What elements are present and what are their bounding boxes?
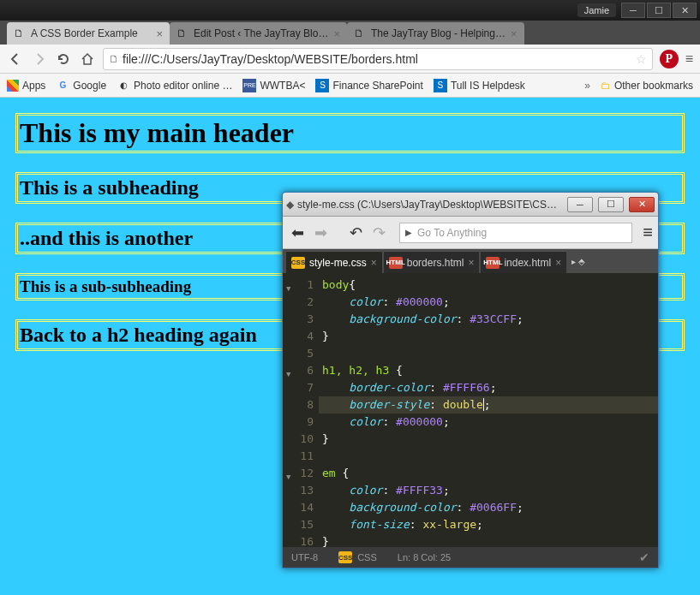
browser-tab[interactable]: 🗋 The JayTray Blog - Helping… × — [347, 22, 524, 45]
close-icon[interactable]: × — [156, 27, 163, 40]
bookmark-wwtba[interactable]: PREWWTBA< — [242, 79, 305, 92]
goto-input[interactable]: ▶Go To Anything — [399, 223, 632, 243]
site-icon: ◐ — [117, 79, 130, 92]
close-icon[interactable]: × — [333, 27, 340, 40]
bookmark-apps[interactable]: Apps — [7, 80, 45, 92]
maximize-button[interactable]: ☐ — [647, 3, 671, 18]
bookmark-photoeditor[interactable]: ◐Photo editor online … — [117, 79, 232, 92]
editor-tabs: CSS style-me.css × HTML borders.html × H… — [283, 249, 658, 273]
home-button[interactable] — [79, 51, 96, 68]
sharepoint-icon: S — [434, 79, 447, 92]
check-icon[interactable]: ✔ — [639, 550, 649, 564]
cursor-position[interactable]: Ln: 8 Col: 25 — [398, 552, 451, 562]
close-icon[interactable]: × — [555, 257, 561, 269]
editor-tab[interactable]: HTML borders.html × — [384, 251, 480, 273]
tab-title: Edit Post ‹ The JayTray Blo… — [194, 27, 328, 39]
minimize-button[interactable]: ─ — [621, 3, 645, 18]
editor-title: style-me.css (C:\Users\JayTray\Desktop\W… — [297, 199, 562, 211]
tab-overflow-icon[interactable]: ▸ ⬘ — [568, 257, 589, 266]
editor-tab[interactable]: HTML index.html × — [481, 251, 566, 273]
google-icon: G — [56, 79, 69, 92]
close-button[interactable]: ✕ — [629, 197, 655, 212]
bookmark-google[interactable]: GGoogle — [56, 79, 106, 92]
html-icon: HTML — [389, 257, 403, 269]
editor-tab-active[interactable]: CSS style-me.css × — [286, 251, 382, 273]
maximize-button[interactable]: ☐ — [598, 197, 624, 212]
browser-tab-active[interactable]: 🗋 A CSS Border Example × — [7, 22, 170, 45]
forward-button[interactable] — [31, 51, 48, 68]
code-editor[interactable]: ▼1 2 3 4 5 ▼6 7 8 9 10 11 ▼12 13 14 15 1… — [283, 273, 658, 547]
overflow-chevron-icon[interactable]: » — [584, 80, 590, 92]
close-icon[interactable]: × — [371, 257, 377, 269]
minimize-button[interactable]: ─ — [567, 197, 593, 212]
close-button[interactable]: ✕ — [673, 3, 697, 18]
back-button[interactable] — [7, 51, 24, 68]
chrome-menu-icon[interactable]: ≡ — [685, 51, 693, 67]
play-icon: ▶ — [405, 228, 412, 237]
forward-icon[interactable]: ➡ — [311, 222, 331, 244]
browser-toolbar: 🗋 file:///C:/Users/JayTray/Desktop/WEBSI… — [0, 45, 700, 74]
css-icon: CSS — [338, 551, 352, 563]
close-icon[interactable]: × — [468, 257, 474, 269]
bookmark-tull[interactable]: STull IS Helpdesk — [434, 79, 525, 92]
address-bar[interactable]: 🗋 file:///C:/Users/JayTray/Desktop/WEBSI… — [103, 48, 653, 70]
back-icon[interactable]: ⬅ — [288, 222, 308, 244]
tab-title: The JayTray Blog - Helping… — [371, 27, 506, 39]
browser-tab-strip: 🗋 A CSS Border Example × 🗋 Edit Post ‹ T… — [0, 21, 700, 45]
file-icon: 🗋 — [109, 53, 119, 65]
editor-titlebar[interactable]: ◆ style-me.css (C:\Users\JayTray\Desktop… — [283, 193, 658, 217]
reload-button[interactable] — [55, 51, 72, 68]
browser-tab[interactable]: 🗋 Edit Post ‹ The JayTray Blo… × — [170, 22, 347, 45]
page-icon: 🗋 — [354, 27, 366, 39]
encoding-label[interactable]: UTF-8 — [291, 552, 318, 562]
page-icon: 🗋 — [176, 27, 188, 39]
bookmark-other[interactable]: 🗀Other bookmarks — [601, 80, 693, 92]
editor-toolbar: ⬅ ➡ ↶ ↷ ▶Go To Anything ≡ — [283, 217, 658, 249]
menu-icon[interactable]: ≡ — [643, 223, 653, 242]
tab-title: A CSS Border Example — [31, 27, 151, 39]
html-icon: HTML — [486, 257, 500, 269]
pinterest-extension[interactable]: P — [660, 50, 679, 68]
sharepoint-icon: S — [315, 79, 329, 92]
code-text[interactable]: body{ color: #000000; background-color: … — [319, 273, 658, 547]
user-badge[interactable]: Jamie — [577, 3, 616, 17]
bookmark-finance[interactable]: SFinance SharePoint — [315, 79, 422, 92]
close-icon[interactable]: × — [511, 27, 518, 40]
url-text: file:///C:/Users/JayTray/Desktop/WEBSITE… — [123, 52, 418, 66]
bookmarks-bar: Apps GGoogle ◐Photo editor online … PREW… — [0, 74, 700, 98]
site-icon: PRE — [242, 79, 256, 92]
redo-icon[interactable]: ↷ — [369, 222, 389, 244]
os-titlebar: Jamie ─ ☐ ✕ — [0, 0, 700, 21]
apps-icon — [7, 80, 19, 92]
css-icon: CSS — [291, 257, 305, 269]
folder-icon: 🗀 — [601, 80, 611, 92]
editor-window[interactable]: ◆ style-me.css (C:\Users\JayTray\Desktop… — [282, 192, 659, 568]
heading-h1: This is my main header — [15, 113, 685, 153]
page-icon: 🗋 — [14, 27, 26, 39]
app-icon: ◆ — [286, 199, 294, 211]
undo-icon[interactable]: ↶ — [346, 222, 366, 244]
star-icon[interactable]: ☆ — [636, 52, 647, 66]
gutter: ▼1 2 3 4 5 ▼6 7 8 9 10 11 ▼12 13 14 15 1… — [283, 273, 319, 547]
language-label[interactable]: CSSCSS — [338, 551, 377, 563]
